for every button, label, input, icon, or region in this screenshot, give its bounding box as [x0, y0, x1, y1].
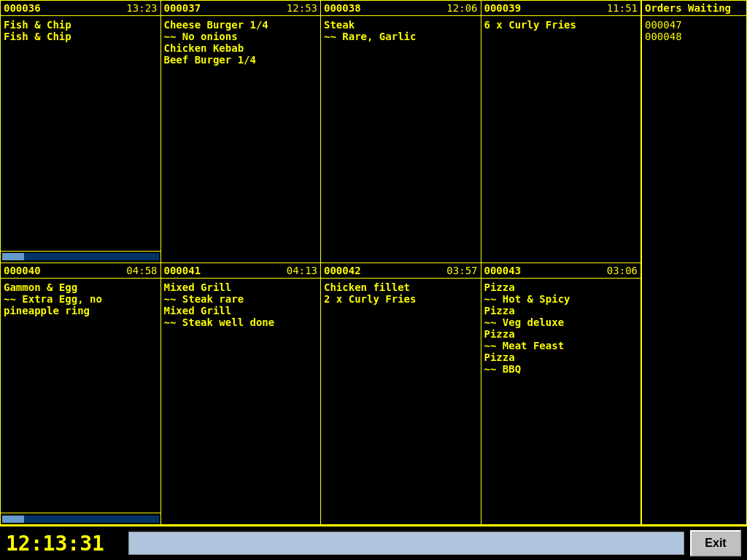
status-bar [128, 532, 684, 555]
item-name: Pizza [484, 328, 638, 340]
order-header-000039: 000039 11:51 [481, 1, 641, 16]
scroll-thumb [2, 516, 24, 523]
order-time: 12:53 [287, 2, 317, 14]
item-name: Pizza [484, 351, 638, 363]
order-header-000041: 000041 04:13 [161, 263, 321, 279]
waiting-items: 000047 000048 [642, 16, 746, 45]
grid-area: 000036 13:23 Fish & Chip Fish & Chip 000… [0, 0, 747, 525]
item-modifier: ~~ Hot & Spicy [484, 293, 638, 305]
item-name: Steak [324, 19, 478, 31]
order-items-000039: 6 x Curly Fries [481, 16, 641, 262]
item-name: Gammon & Egg [4, 281, 158, 293]
item-name: Chicken fillet [324, 281, 478, 293]
item-name: Cheese Burger 1/4 [164, 19, 318, 31]
order-header-000038: 000038 12:06 [321, 1, 481, 16]
main-container: 000036 13:23 Fish & Chip Fish & Chip 000… [0, 0, 747, 560]
item-modifier: ~~ Steak rare [164, 293, 318, 305]
clock-display: 12:13:31 [6, 532, 123, 556]
item-name: Pizza [484, 305, 638, 316]
order-number: 000037 [164, 2, 201, 14]
orders-grid: 000036 13:23 Fish & Chip Fish & Chip 000… [0, 0, 641, 525]
order-cell-000042[interactable]: 000042 03:57 Chicken fillet 2 x Curly Fr… [321, 263, 481, 526]
item-name: Mixed Grill [164, 281, 318, 293]
order-time: 04:58 [126, 265, 157, 276]
order-number: 000038 [324, 2, 361, 14]
order-header-000040: 000040 04:58 [1, 263, 160, 279]
item-name: Fish & Chip [4, 31, 158, 42]
scroll-track [2, 516, 159, 523]
item-modifier: ~~ Steak well done [164, 316, 318, 328]
scroll-bar-000036[interactable] [1, 251, 160, 262]
order-items-000042: Chicken fillet 2 x Curly Fries [321, 279, 481, 525]
item-modifier: ~~ Veg deluxe [484, 316, 638, 328]
item-name: Fish & Chip [4, 19, 158, 31]
order-cell-000041[interactable]: 000041 04:13 Mixed Grill ~~ Steak rare M… [161, 263, 322, 526]
item-name: 2 x Curly Fries [324, 293, 478, 305]
order-items-000037: Cheese Burger 1/4 ~~ No onions Chicken K… [161, 16, 321, 262]
order-items-000038: Steak ~~ Rare, Garlic [321, 16, 481, 262]
order-number: 000040 [4, 265, 41, 276]
order-time: 13:23 [126, 2, 157, 14]
order-cell-000038[interactable]: 000038 12:06 Steak ~~ Rare, Garlic [321, 1, 481, 263]
item-name: Beef Burger 1/4 [164, 54, 318, 66]
item-modifier: ~~ Rare, Garlic [324, 31, 478, 42]
order-header-000037: 000037 12:53 [161, 1, 321, 16]
order-items-000041: Mixed Grill ~~ Steak rare Mixed Grill ~~… [161, 279, 321, 525]
order-number: 000039 [484, 2, 522, 14]
waiting-item-2: 000048 [645, 31, 743, 42]
order-number: 000043 [484, 265, 522, 276]
item-name: Chicken Kebab [164, 42, 318, 54]
order-header-000042: 000042 03:57 [321, 263, 481, 279]
exit-button[interactable]: Exit [690, 530, 741, 556]
scroll-bar-000040[interactable] [1, 513, 160, 524]
order-time: 03:06 [607, 265, 638, 276]
order-number: 000042 [324, 265, 361, 276]
order-number: 000036 [4, 2, 41, 14]
item-modifier: ~~ No onions [164, 31, 318, 42]
order-time: 03:57 [446, 265, 477, 276]
order-items-000036: Fish & Chip Fish & Chip [1, 16, 160, 251]
order-cell-000039[interactable]: 000039 11:51 6 x Curly Fries [481, 1, 642, 263]
scroll-thumb [2, 253, 24, 260]
item-modifier: ~~ BBQ [484, 363, 638, 375]
scroll-track [2, 253, 159, 260]
order-header-000043: 000043 03:06 [481, 263, 641, 279]
order-time: 11:51 [607, 2, 638, 14]
order-items-000043: Pizza ~~ Hot & Spicy Pizza ~~ Veg deluxe… [481, 279, 641, 525]
item-modifier: ~~ Meat Feast [484, 340, 638, 351]
order-cell-000037[interactable]: 000037 12:53 Cheese Burger 1/4 ~~ No oni… [161, 1, 322, 263]
waiting-item-1: 000047 [645, 19, 743, 31]
order-time: 12:06 [446, 2, 477, 14]
item-name: Mixed Grill [164, 305, 318, 316]
item-modifier: ~~ Extra Egg, no pineapple ring [4, 293, 158, 316]
item-name: 6 x Curly Fries [484, 19, 638, 31]
bottom-bar: 12:13:31 Exit [0, 525, 747, 560]
order-header-000036: 000036 13:23 [1, 1, 160, 16]
order-cell-000036[interactable]: 000036 13:23 Fish & Chip Fish & Chip [1, 1, 161, 263]
order-items-000040: Gammon & Egg ~~ Extra Egg, no pineapple … [1, 279, 160, 513]
waiting-panel: Orders Waiting 000047 000048 [641, 0, 747, 525]
waiting-header: Orders Waiting [642, 1, 746, 16]
order-number: 000041 [164, 265, 201, 276]
order-cell-000040[interactable]: 000040 04:58 Gammon & Egg ~~ Extra Egg, … [1, 263, 161, 526]
item-name: Pizza [484, 281, 638, 293]
order-time: 04:13 [287, 265, 317, 276]
order-cell-000043[interactable]: 000043 03:06 Pizza ~~ Hot & Spicy Pizza … [481, 263, 642, 526]
